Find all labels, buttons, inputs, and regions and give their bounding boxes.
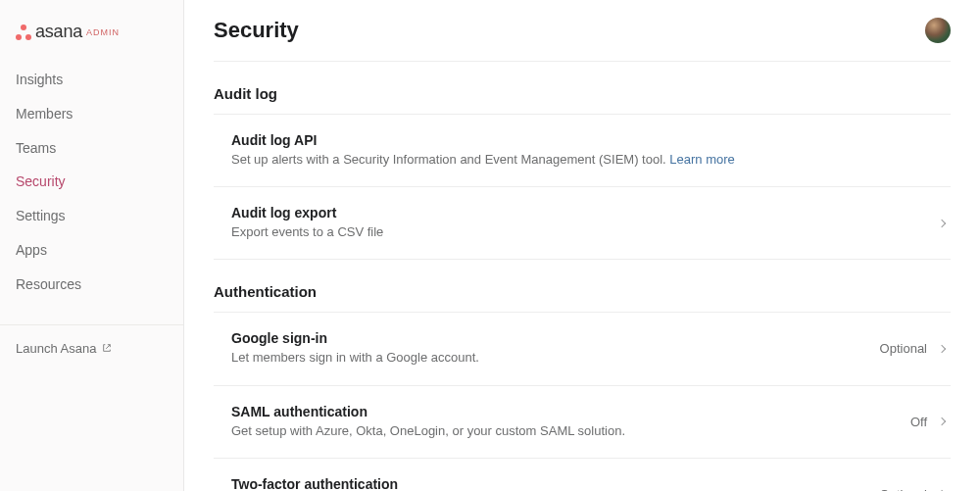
- row-audit-log-api[interactable]: Audit log API Set up alerts with a Secur…: [214, 115, 951, 187]
- sidebar-nav: Insights Members Teams Security Settings…: [0, 64, 183, 303]
- sidebar-item-security[interactable]: Security: [0, 166, 183, 198]
- sidebar-item-resources[interactable]: Resources: [0, 269, 183, 301]
- chevron-right-icon: [938, 345, 946, 353]
- row-status-area: Off: [910, 415, 951, 429]
- brand-logo[interactable]: asana ADMIN: [0, 22, 183, 64]
- sidebar-item-members[interactable]: Members: [0, 98, 183, 130]
- learn-more-link[interactable]: Learn more: [669, 152, 734, 167]
- sidebar-item-settings[interactable]: Settings: [0, 200, 183, 232]
- section-authentication: Authentication Google sign-in Let member…: [214, 283, 951, 491]
- row-status-area: [939, 221, 951, 226]
- status-value: Optional: [880, 341, 927, 356]
- sidebar: asana ADMIN Insights Members Teams Secur…: [0, 0, 184, 491]
- status-value: Off: [910, 415, 927, 429]
- sidebar-item-insights[interactable]: Insights: [0, 64, 183, 96]
- chevron-right-icon: [938, 417, 946, 425]
- row-content: Audit log export Export events to a CSV …: [231, 205, 939, 241]
- launch-asana-link[interactable]: Launch Asana: [0, 324, 183, 364]
- sidebar-item-teams[interactable]: Teams: [0, 132, 183, 165]
- row-title: Audit log API: [231, 132, 951, 148]
- brand-suffix: ADMIN: [86, 27, 120, 37]
- chevron-right-icon: [938, 220, 946, 227]
- row-status-area: Optional: [880, 487, 951, 491]
- row-title: Google sign-in: [231, 330, 880, 346]
- page-header: Security: [214, 18, 951, 62]
- row-audit-log-export[interactable]: Audit log export Export events to a CSV …: [214, 187, 951, 260]
- row-google-sign-in[interactable]: Google sign-in Let members sign in with …: [214, 313, 951, 385]
- section-title-audit-log: Audit log: [214, 85, 951, 115]
- row-title: Two-factor authentication: [231, 476, 880, 491]
- status-value: Optional: [880, 487, 927, 491]
- asana-logo-icon: [16, 25, 31, 40]
- row-content: Two-factor authentication Require member…: [231, 476, 880, 491]
- row-content: Google sign-in Let members sign in with …: [231, 330, 880, 367]
- row-content: SAML authentication Get setup with Azure…: [231, 404, 910, 440]
- page-title: Security: [214, 18, 299, 43]
- row-description: Export events to a CSV file: [231, 223, 939, 241]
- row-title: SAML authentication: [231, 404, 910, 419]
- row-status-area: Optional: [880, 341, 951, 356]
- brand-name: asana: [35, 22, 82, 42]
- avatar[interactable]: [925, 18, 951, 43]
- row-description: Get setup with Azure, Okta, OneLogin, or…: [231, 422, 910, 440]
- row-description: Set up alerts with a Security Informatio…: [231, 151, 951, 169]
- section-audit-log: Audit log Audit log API Set up alerts wi…: [214, 85, 951, 260]
- launch-label: Launch Asana: [16, 341, 96, 356]
- sidebar-item-apps[interactable]: Apps: [0, 234, 183, 267]
- row-content: Audit log API Set up alerts with a Secur…: [231, 132, 951, 169]
- external-link-icon: [102, 343, 112, 353]
- row-saml-authentication[interactable]: SAML authentication Get setup with Azure…: [214, 386, 951, 459]
- row-description: Let members sign in with a Google accoun…: [231, 349, 880, 367]
- row-two-factor-authentication[interactable]: Two-factor authentication Require member…: [214, 459, 951, 491]
- section-title-authentication: Authentication: [214, 283, 951, 313]
- row-title: Audit log export: [231, 205, 939, 221]
- main-content: Security Audit log Audit log API Set up …: [184, 0, 980, 491]
